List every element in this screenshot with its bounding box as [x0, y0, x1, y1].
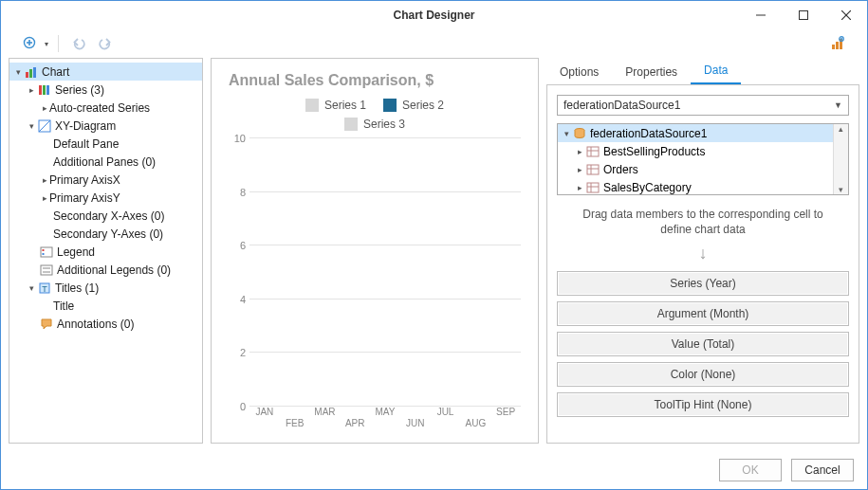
redo-button[interactable]: [95, 33, 116, 54]
tab-data[interactable]: Data: [691, 58, 741, 84]
legend-icon: [39, 245, 54, 260]
svg-rect-7: [832, 45, 835, 49]
slot-series[interactable]: Series (Year): [557, 271, 849, 296]
tab-bar: Options Properties Data: [546, 58, 859, 84]
scroll-down-icon[interactable]: ▾: [839, 185, 843, 194]
add-button[interactable]: [20, 33, 41, 54]
tree-node-additional-panes[interactable]: Additional Panes (0): [9, 153, 202, 171]
ds-node-item[interactable]: ▸Orders: [558, 160, 848, 178]
title-icon: T: [37, 281, 52, 296]
tree-label: Additional Legends (0): [57, 263, 171, 277]
palette-button[interactable]: [827, 33, 848, 54]
tab-properties[interactable]: Properties: [612, 60, 691, 84]
data-tab-body: federationDataSource1 ▼ ▾federationDataS…: [546, 84, 859, 444]
x-tick-label: JUL: [437, 407, 454, 417]
ds-label: SalesByCategory: [603, 181, 692, 194]
structure-tree[interactable]: ▾Chart ▸Series (3) ▸Auto-created Series …: [9, 58, 203, 444]
tree-node-primary-axis-x[interactable]: ▸Primary AxisX: [9, 171, 202, 189]
datasource-selected: federationDataSource1: [563, 99, 680, 112]
svg-rect-33: [587, 165, 599, 174]
tree-label: Default Pane: [53, 137, 119, 151]
tree-node-secondary-y[interactable]: Secondary Y-Axes (0): [9, 225, 202, 243]
add-dropdown-icon[interactable]: ▾: [45, 40, 48, 48]
tree-node-primary-axis-y[interactable]: ▸Primary AxisY: [9, 189, 202, 207]
svg-rect-18: [46, 85, 49, 95]
tree-node-annotations[interactable]: Annotations (0): [9, 315, 202, 333]
legend-item: Series 1: [305, 99, 366, 112]
tree-node-series[interactable]: ▸Series (3): [9, 81, 202, 99]
svg-rect-8: [836, 42, 839, 49]
tree-label: Chart: [42, 65, 69, 79]
tree-label: Auto-created Series: [49, 101, 150, 115]
x-tick-label: APR: [345, 418, 365, 428]
down-arrow-icon: ↓: [557, 245, 849, 262]
legend-item: Series 2: [383, 99, 444, 112]
tree-node-additional-legends[interactable]: Additional Legends (0): [9, 261, 202, 279]
table-icon: [585, 144, 600, 159]
tree-label: Annotations (0): [57, 318, 134, 331]
toolbar: ▾: [1, 29, 867, 58]
tree-node-title[interactable]: Title: [9, 297, 202, 315]
ds-label: Orders: [603, 163, 638, 176]
tree-node-auto-series[interactable]: ▸Auto-created Series: [9, 99, 202, 117]
table-icon: [585, 180, 600, 195]
diagram-icon: [37, 118, 52, 134]
scrollbar[interactable]: ▴▾: [833, 124, 848, 194]
y-tick-label: 4: [240, 294, 246, 305]
svg-rect-15: [33, 67, 36, 78]
x-tick-label: FEB: [286, 418, 304, 428]
series-icon: [37, 82, 52, 98]
annotation-icon: [39, 317, 54, 332]
y-tick-label: 2: [240, 347, 246, 358]
svg-rect-30: [587, 147, 599, 156]
tree-label: XY-Diagram: [55, 119, 116, 133]
chart-icon: [24, 64, 39, 80]
tree-label: Legend: [57, 245, 95, 259]
tree-label: Series (3): [55, 83, 104, 97]
tree-node-titles[interactable]: ▾TTitles (1): [9, 279, 202, 297]
titlebar: Chart Designer: [1, 1, 867, 29]
scroll-up-icon[interactable]: ▴: [839, 124, 843, 134]
y-tick-label: 0: [240, 401, 246, 412]
ds-node-root[interactable]: ▾federationDataSource1: [558, 124, 848, 142]
table-icon: [585, 162, 600, 177]
minimize-button[interactable]: [739, 1, 782, 29]
datasource-tree[interactable]: ▾federationDataSource1 ▸BestSellingProdu…: [557, 123, 849, 195]
chevron-down-icon: ▼: [834, 100, 842, 110]
y-tick-label: 10: [234, 133, 246, 144]
svg-rect-1: [799, 11, 807, 20]
tab-options[interactable]: Options: [546, 60, 612, 84]
legends-icon: [39, 263, 54, 278]
chart-bars: [249, 138, 521, 407]
datasource-icon: [572, 126, 587, 141]
x-tick-label: SEP: [496, 407, 515, 417]
y-tick-label: 6: [240, 240, 246, 251]
tree-node-secondary-x[interactable]: Secondary X-Axes (0): [9, 207, 202, 225]
tree-label: Title: [53, 299, 74, 313]
svg-text:T: T: [42, 284, 47, 294]
svg-rect-21: [41, 247, 52, 257]
tree-node-default-pane[interactable]: Default Pane: [9, 135, 202, 153]
undo-button[interactable]: [68, 33, 89, 54]
chart-plot: 0246810 JANFEBMARAPRMAYJUNJULAUGSEP: [225, 138, 525, 433]
chart-title: Annual Sales Comparison, $: [229, 72, 525, 89]
svg-rect-36: [587, 183, 599, 192]
ds-node-item[interactable]: ▸BestSellingProducts: [558, 142, 848, 160]
cancel-button[interactable]: Cancel: [791, 459, 854, 481]
ds-node-item[interactable]: ▸SalesByCategory: [558, 178, 848, 195]
datasource-combo[interactable]: federationDataSource1 ▼: [557, 95, 849, 116]
maximize-button[interactable]: [782, 1, 824, 29]
tree-node-legend[interactable]: Legend: [9, 243, 202, 261]
close-button[interactable]: [824, 1, 867, 29]
slot-argument[interactable]: Argument (Month): [557, 301, 849, 326]
tree-label: Secondary Y-Axes (0): [53, 227, 163, 241]
slot-value[interactable]: Value (Total): [557, 332, 849, 356]
tree-node-chart[interactable]: ▾Chart: [9, 63, 202, 81]
ds-label: BestSellingProducts: [603, 145, 705, 158]
slot-color[interactable]: Color (None): [557, 362, 849, 387]
ok-button[interactable]: OK: [719, 459, 782, 481]
slot-tooltip[interactable]: ToolTip Hint (None): [557, 392, 849, 417]
tree-label: Additional Panes (0): [53, 155, 156, 169]
x-tick-label: MAY: [376, 407, 396, 417]
tree-node-xy-diagram[interactable]: ▾XY-Diagram: [9, 117, 202, 135]
